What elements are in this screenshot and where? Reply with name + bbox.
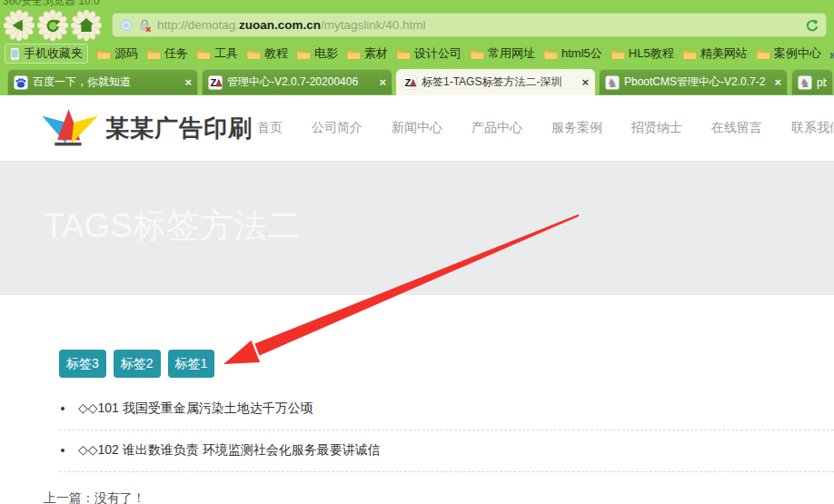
bookmark-folder-movies[interactable]: 电影 — [296, 45, 338, 62]
bookmark-label: 教程 — [264, 45, 288, 62]
folder-icon — [196, 48, 211, 60]
article-list: ◇◇101 我国受重金属污染土地达千万公顷 ◇◇102 谁出数谁负责 环境监测社… — [59, 389, 834, 472]
folder-icon — [246, 48, 261, 60]
pboot-knight-icon: ♞ — [605, 75, 620, 90]
bookmark-folder-tasks[interactable]: 任务 — [146, 45, 188, 62]
back-button[interactable] — [4, 10, 35, 41]
tag-button-group: 标签3 标签2 标签1 — [59, 350, 834, 378]
main-nav: 首页 公司简介 新闻中心 产品中心 服务案例 招贤纳士 在线留言 联系我们 — [257, 95, 834, 161]
tag-button-3[interactable]: 标签3 — [59, 350, 106, 378]
nav-company-profile[interactable]: 公司简介 — [312, 120, 362, 136]
bookmark-label: 任务 — [164, 45, 188, 62]
bookmark-label: 常用网址 — [488, 45, 535, 62]
nav-contact-us[interactable]: 联系我们 — [791, 120, 834, 136]
bookmark-folder-tools[interactable]: 工具 — [196, 45, 238, 62]
tab-title: 管理中心-V2.0.7-20200406 — [227, 74, 374, 90]
close-icon[interactable]: × — [379, 76, 386, 88]
bookmark-folder-tutorials[interactable]: 教程 — [246, 45, 288, 62]
tab-pbootcms-admin[interactable]: ♞ PbootCMS管理中心-V2.0.7-2 × — [599, 69, 788, 95]
site-logo-text: 某某广告印刷 — [105, 113, 253, 144]
url-path: /mytagslink/40.html — [321, 18, 426, 32]
bookmark-label: 手机收藏夹 — [24, 45, 83, 62]
folder-icon — [756, 48, 770, 60]
site-logo[interactable]: 某某广告印刷 — [41, 104, 253, 152]
pboot-knight-icon: ♞ — [798, 75, 812, 90]
bookmark-label: 工具 — [214, 45, 238, 62]
folder-icon — [296, 48, 311, 60]
url-prefix: http://demotag. — [157, 18, 239, 32]
za-logo-icon — [402, 75, 417, 90]
article-link[interactable]: ◇◇102 谁出数谁负责 环境监测社会化服务最要讲诚信 — [78, 442, 381, 457]
folder-icon — [470, 48, 484, 60]
nav-recruitment[interactable]: 招贤纳士 — [631, 120, 682, 136]
tab-title: 百度一下，你就知道 — [33, 74, 180, 90]
insecure-lock-icon[interactable] — [138, 18, 152, 32]
site-header: 某某广告印刷 首页 公司简介 新闻中心 产品中心 服务案例 招贤纳士 在线留言 … — [0, 95, 834, 161]
home-button[interactable] — [71, 10, 102, 41]
bookmark-label: 素材 — [364, 45, 388, 62]
bookmark-folder-hl5-tutorials[interactable]: HL5教程 — [611, 45, 674, 62]
page-banner: TAGS标签方法二 — [0, 161, 834, 295]
tab-title: pb — [817, 76, 827, 89]
bookmark-folder-case-center[interactable]: 案例中心 — [756, 45, 821, 62]
svg-text:♞: ♞ — [799, 76, 810, 90]
crown-logo-icon — [41, 104, 99, 152]
folder-icon — [96, 48, 111, 60]
nav-product-center[interactable]: 产品中心 — [472, 120, 522, 136]
prev-article-label: 上一篇：没有了！ — [44, 490, 834, 504]
folder-icon — [543, 48, 558, 60]
bookmarks-bar: 手机收藏夹 源码 任务 工具 教程 电影 素材 设计公司 常用网址 html5公… — [0, 41, 834, 66]
folder-icon — [682, 48, 697, 60]
tab-tags-page-active[interactable]: 标签1-TAGS标签方法二-深圳 × — [396, 69, 595, 95]
bookmark-folder-design-company[interactable]: 设计公司 — [396, 45, 462, 62]
bookmark-label: HL5教程 — [629, 45, 674, 62]
tab-pbootcms-partial[interactable]: ♞ pb — [791, 69, 833, 95]
site-info-icon[interactable] — [120, 19, 133, 32]
folder-icon — [146, 48, 161, 60]
bookmarks-overflow-chevron[interactable]: » — [829, 46, 834, 62]
nav-news-center[interactable]: 新闻中心 — [392, 120, 442, 136]
bookmark-folder-source[interactable]: 源码 — [96, 45, 138, 62]
phone-icon — [10, 47, 20, 61]
za-logo-icon — [208, 75, 223, 90]
folder-icon — [611, 48, 625, 60]
folder-icon — [346, 48, 361, 60]
compatibility-mode-icon[interactable] — [806, 19, 819, 32]
nav-home[interactable]: 首页 — [257, 120, 283, 136]
bookmark-label: 案例中心 — [774, 45, 821, 62]
close-icon[interactable]: × — [581, 76, 589, 88]
article-list-item[interactable]: ◇◇102 谁出数谁负责 环境监测社会化服务最要讲诚信 — [59, 430, 834, 472]
bookmark-folder-materials[interactable]: 素材 — [346, 45, 388, 62]
bookmark-mobile-favorites[interactable]: 手机收藏夹 — [5, 44, 88, 64]
close-icon[interactable]: × — [774, 76, 781, 88]
folder-icon — [396, 48, 411, 60]
bookmark-label: html5公 — [561, 45, 602, 62]
url-text[interactable]: http://demotag.zuoan.com.cn/mytagslink/4… — [157, 18, 426, 32]
refresh-button[interactable] — [37, 10, 68, 41]
tab-admin-center[interactable]: 管理中心-V2.0.7-20200406 × — [202, 69, 392, 95]
address-bar[interactable]: http://demotag.zuoan.com.cn/mytagslink/4… — [112, 13, 827, 37]
svg-text:♞: ♞ — [607, 76, 618, 90]
article-link[interactable]: ◇◇101 我国受重金属污染土地达千万公顷 — [78, 400, 313, 415]
bookmark-folder-beautiful-sites[interactable]: 精美网站 — [682, 45, 748, 62]
bookmark-folder-common-sites[interactable]: 常用网址 — [470, 45, 535, 62]
page-content: 标签3 标签2 标签1 ◇◇101 我国受重金属污染土地达千万公顷 ◇◇102 … — [0, 350, 834, 504]
bookmark-label: 精美网站 — [700, 45, 748, 62]
url-domain: zuoan.com.cn — [239, 18, 321, 32]
browser-titlebar: 360安全浏览器 10.0 — [0, 0, 834, 9]
close-icon[interactable]: × — [184, 76, 192, 88]
tab-baidu[interactable]: 百度一下，你就知道 × — [7, 69, 198, 95]
tab-title: PbootCMS管理中心-V2.0.7-2 — [624, 74, 769, 90]
tab-bar: 百度一下，你就知道 × 管理中心-V2.0.7-20200406 × 标签1-T… — [0, 66, 834, 95]
tag-button-2[interactable]: 标签2 — [114, 350, 161, 378]
window-title: 360安全浏览器 10.0 — [3, 0, 100, 9]
bookmark-label: 源码 — [114, 45, 138, 62]
article-list-item[interactable]: ◇◇101 我国受重金属污染土地达千万公顷 — [59, 389, 834, 430]
tag-button-1[interactable]: 标签1 — [168, 350, 215, 378]
bookmark-folder-html5[interactable]: html5公 — [543, 45, 602, 62]
nav-service-cases[interactable]: 服务案例 — [551, 120, 602, 136]
browser-toolbar: http://demotag.zuoan.com.cn/mytagslink/4… — [0, 9, 834, 41]
bookmark-label: 电影 — [314, 45, 338, 62]
nav-online-message[interactable]: 在线留言 — [711, 120, 762, 136]
page-title: TAGS标签方法二 — [44, 203, 301, 249]
